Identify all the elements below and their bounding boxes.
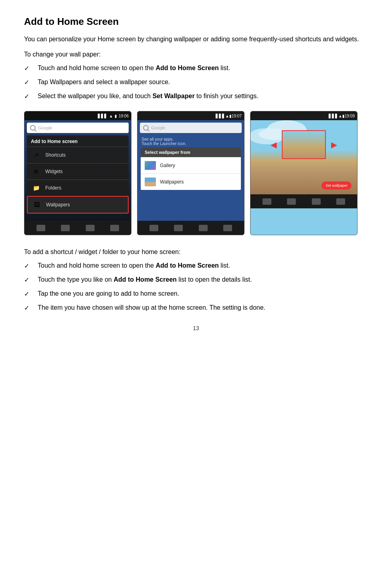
wallpapers-icon: 🖼: [32, 200, 42, 210]
screen2-search-text: Google: [151, 125, 165, 130]
widgets-icon: ⚙: [31, 166, 41, 177]
folders-icon: 📁: [31, 183, 41, 193]
screen1-add-to-home: ▋▋▋ ▲ ▮ 19:06 Google Add to Home screen …: [24, 111, 131, 235]
checkmark-icon: [24, 64, 32, 73]
menu-item-wallpapers: 🖼 Wallpapers: [27, 196, 129, 214]
screen3-wifi-icon: ▲: [338, 114, 342, 118]
screen3-bottom-bar: [251, 194, 357, 208]
screen1-signal-icon: ▋▋▋: [98, 114, 107, 118]
search-icon: [143, 125, 149, 131]
bold-add-home-2: Add to Home Screen: [156, 262, 218, 269]
wallpaper-step-1-text: Touch and hold home screen to open the A…: [38, 63, 368, 73]
bottom-back-icon: [110, 225, 119, 231]
gallery-icon: [145, 161, 156, 170]
dialog-title: Select wallpaper from: [141, 147, 241, 157]
checkmark-icon: [24, 275, 32, 285]
widgets-label: Widgets: [45, 169, 63, 174]
shortcut-step-2: Touch the type you like on Add to Home S…: [24, 275, 368, 285]
gallery-option: Gallery: [141, 157, 241, 173]
search-icon: [30, 125, 36, 131]
gallery-label: Gallery: [160, 163, 175, 168]
intro-paragraph: You can personalize your Home screen by …: [24, 34, 368, 44]
screen2-signal-icon: ▋▋▋: [216, 114, 225, 118]
add-to-home-menu: Add to Home screen ↗ Shortcuts ⚙ Widgets…: [27, 135, 129, 214]
screen1-bottom-bar: [24, 221, 131, 235]
screen1-statusbar: ▋▋▋ ▲ ▮ 19:06: [24, 111, 131, 120]
bottom-home-icon: [287, 198, 296, 205]
crop-selector-container: ◀ ▶: [282, 150, 326, 179]
shortcut-step-4: The item you have chosen will show up at…: [24, 303, 368, 313]
shortcut-steps-list: Touch and hold home screen to open the A…: [24, 261, 368, 313]
screen3-time: 19:09: [345, 114, 355, 118]
bold-set-wallpaper: Set Wallpaper: [152, 93, 194, 99]
page-number: 13: [24, 325, 368, 331]
bottom-phone-icon: [36, 225, 45, 231]
shortcut-step-1-text: Touch and hold home screen to open the A…: [38, 261, 368, 270]
crop-box: ◀ ▶: [282, 130, 326, 159]
set-wallpaper-button[interactable]: Set wallpaper: [321, 182, 352, 190]
wallpaper-step-1: Touch and hold home screen to open the A…: [24, 63, 368, 73]
page-title: Add to Home Screen: [24, 16, 368, 27]
wallpaper-steps-list: Touch and hold home screen to open the A…: [24, 63, 368, 101]
menu-title: Add to Home screen: [27, 135, 129, 147]
screen2-select-wallpaper: ▋▋▋ ▲ ▮ 19:07 Google See all your apps.T…: [137, 111, 244, 235]
screen2-statusbar: ▋▋▋ ▲ ▮ 19:07: [137, 111, 244, 120]
bottom-phone-icon: [263, 198, 271, 205]
bottom-apps-icon: [312, 198, 321, 205]
wallpaper-step-2: Tap Wallpapers and select a wallpaper so…: [24, 77, 368, 87]
shortcuts-icon: ↗: [31, 150, 41, 160]
checkmark-icon: [24, 78, 32, 87]
wallpapers-dialog-icon: [145, 178, 156, 186]
menu-item-shortcuts: ↗ Shortcuts: [27, 147, 129, 163]
wallpaper-step-3-text: Select the wallpaper you like, and touch…: [38, 91, 368, 101]
shortcut-step-4-text: The item you have chosen will show up at…: [38, 303, 368, 313]
menu-item-widgets: ⚙ Widgets: [27, 163, 129, 180]
screen2-bottom-bar: [137, 221, 244, 235]
select-wallpaper-dialog: Select wallpaper from Gallery Wallpapers: [141, 147, 241, 190]
screen3-statusbar: ▋▋▋ ▲ ▮ 19:09: [251, 111, 357, 120]
wallpaper-section-heading: To change your wall paper:: [24, 50, 368, 59]
shortcut-step-1: Touch and hold home screen to open the A…: [24, 261, 368, 271]
bottom-phone-icon: [150, 225, 158, 231]
shortcut-step-2-text: Touch the type you like on Add to Home S…: [38, 275, 368, 284]
screen3-signal-icon: ▋▋▋: [329, 114, 338, 118]
screen1-wifi-icon: ▲: [109, 114, 113, 118]
checkmark-icon: [24, 92, 32, 101]
wallpapers-option: Wallpapers: [141, 173, 241, 190]
checkmark-icon: [24, 303, 32, 313]
screen2-search-bar: Google: [140, 123, 242, 133]
shortcuts-label: Shortcuts: [45, 152, 66, 158]
wallpapers-dialog-label: Wallpapers: [160, 179, 184, 185]
wallpaper-preview: ◀ ▶ Set wallpaper: [251, 120, 357, 194]
screen1-search-bar: Google: [27, 123, 129, 133]
screenshot-row: ▋▋▋ ▲ ▮ 19:06 Google Add to Home screen …: [24, 111, 368, 235]
bottom-apps-icon: [199, 225, 208, 231]
bottom-back-icon: [223, 225, 232, 231]
screen1-search-text: Google: [38, 125, 52, 130]
bottom-home-icon: [61, 225, 70, 231]
menu-item-folders: 📁 Folders: [27, 180, 129, 196]
screen1-time: 19:06: [119, 114, 129, 118]
wallpaper-step-3: Select the wallpaper you like, and touch…: [24, 91, 368, 101]
shortcut-step-3-text: Tap the one you are going to add to home…: [38, 289, 368, 299]
arrow-right-icon: ▶: [331, 140, 337, 149]
wallpaper-step-2-text: Tap Wallpapers and select a wallpaper so…: [38, 77, 368, 87]
shortcut-step-3: Tap the one you are going to add to home…: [24, 289, 368, 299]
screen2-wifi-icon: ▲: [225, 114, 229, 118]
bold-add-home: Add to Home Screen: [156, 65, 218, 71]
screen1-battery-icon: ▮: [115, 114, 117, 118]
screen3-set-wallpaper: ▋▋▋ ▲ ▮ 19:09 ◀ ▶ Set wallpaper: [250, 111, 358, 235]
screen2-time: 19:07: [232, 114, 242, 118]
checkmark-icon: [24, 289, 32, 299]
arrow-left-icon: ◀: [271, 140, 277, 149]
folders-label: Folders: [45, 185, 61, 191]
screen2-apps-hint: See all your apps.Touch the Launcher ico…: [137, 135, 244, 147]
wallpapers-label: Wallpapers: [46, 202, 70, 208]
bottom-back-icon: [336, 198, 345, 205]
bold-add-home-3: Add to Home Screen: [113, 276, 176, 283]
bottom-home-icon: [174, 225, 183, 231]
checkmark-icon: [24, 261, 32, 271]
bottom-apps-icon: [86, 225, 95, 231]
shortcut-section-heading: To add a shortcut / widget / folder to y…: [24, 247, 368, 257]
